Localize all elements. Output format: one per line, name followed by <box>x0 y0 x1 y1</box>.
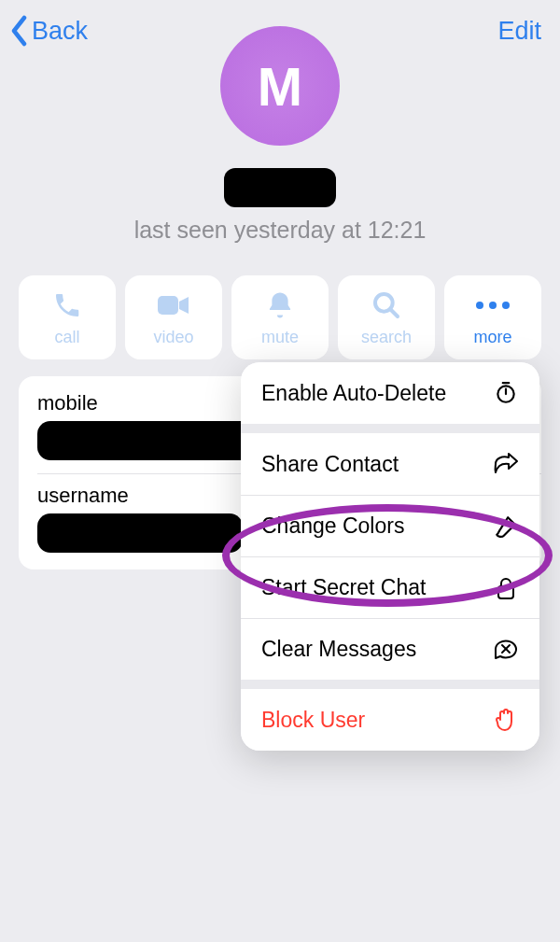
video-icon <box>157 288 190 322</box>
mute-button[interactable]: mute <box>231 275 329 359</box>
mute-label: mute <box>261 328 299 347</box>
menu-label: Enable Auto-Delete <box>261 381 446 406</box>
video-button[interactable]: video <box>125 275 222 359</box>
call-label: call <box>54 328 79 347</box>
more-button[interactable]: more <box>444 275 541 359</box>
menu-label: Clear Messages <box>261 637 416 662</box>
search-button[interactable]: search <box>338 275 435 359</box>
lock-icon <box>493 575 519 601</box>
hand-icon <box>493 707 519 733</box>
search-icon <box>371 288 401 322</box>
menu-enable-auto-delete[interactable]: Enable Auto-Delete <box>241 362 539 424</box>
menu-separator <box>241 680 539 689</box>
clear-icon <box>493 637 519 663</box>
contact-name-redacted <box>224 168 336 207</box>
svg-rect-0 <box>158 296 178 315</box>
timer-icon <box>493 380 519 406</box>
menu-block-user[interactable]: Block User <box>241 689 539 751</box>
actions-row: call video mute search more <box>0 275 560 359</box>
call-button[interactable]: call <box>19 275 116 359</box>
menu-start-secret-chat[interactable]: Start Secret Chat <box>241 556 539 618</box>
menu-separator <box>241 424 539 433</box>
menu-clear-messages[interactable]: Clear Messages <box>241 618 539 680</box>
svg-rect-6 <box>498 586 513 598</box>
share-icon <box>493 451 519 477</box>
profile-header: M last seen yesterday at 12:21 <box>0 26 560 244</box>
phone-icon <box>52 288 82 322</box>
brush-icon <box>493 513 519 540</box>
username-value-redacted <box>37 513 243 553</box>
last-seen-status: last seen yesterday at 12:21 <box>134 217 427 244</box>
video-label: video <box>153 328 193 347</box>
bell-icon <box>266 288 294 322</box>
svg-line-2 <box>390 309 398 316</box>
menu-label: Share Contact <box>261 452 399 477</box>
menu-label: Start Secret Chat <box>261 575 426 600</box>
back-button[interactable]: Back <box>9 15 88 47</box>
menu-share-contact[interactable]: Share Contact <box>241 433 539 495</box>
back-label: Back <box>32 17 88 46</box>
edit-button[interactable]: Edit <box>497 17 541 46</box>
menu-change-colors[interactable]: Change Colors <box>241 495 539 556</box>
more-label: more <box>473 328 511 347</box>
more-menu-popover: Enable Auto-Delete Share Contact Change … <box>241 362 539 751</box>
menu-label: Change Colors <box>261 513 404 539</box>
search-label: search <box>361 328 412 347</box>
avatar[interactable]: M <box>220 26 340 146</box>
menu-label: Block User <box>261 708 365 733</box>
chevron-left-icon <box>9 15 30 47</box>
more-icon <box>476 288 510 322</box>
